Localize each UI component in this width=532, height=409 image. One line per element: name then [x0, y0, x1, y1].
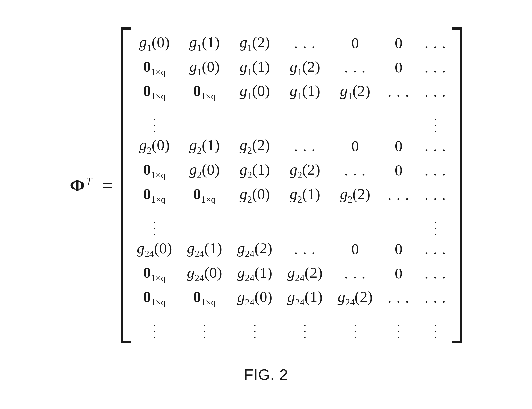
matrix-cell: . . . [417, 134, 454, 158]
matrix-cell: g1(1) [179, 31, 230, 55]
matrix-cell: 01×q [129, 261, 179, 286]
matrix-row: g24(0) g24(1) g24(2) . . . 0 0 . . . [129, 237, 454, 261]
hdots-icon: . . . [425, 162, 446, 179]
hdots-icon: . . . [294, 34, 316, 51]
matrix-cell: g24(1) [179, 237, 230, 261]
matrix-row: ... ... ... ... ... ... ... [129, 310, 454, 340]
matrix-cell: 01×q [179, 285, 230, 310]
matrix-cell: g24(0) [129, 237, 179, 261]
hdots-icon: . . . [344, 162, 366, 179]
matrix-cell: g2(2) [330, 183, 380, 207]
matrix-cell: ... [417, 310, 454, 340]
equals-sign: = [102, 175, 113, 195]
matrix-cell: 01×q [179, 79, 230, 104]
matrix-cell: g24(2) [330, 285, 380, 310]
matrix-cell: . . . [380, 183, 417, 207]
hdots-icon: . . . [425, 59, 446, 76]
matrix-cell: . . . [280, 237, 330, 261]
vdots-icon: ... [354, 319, 356, 339]
hdots-icon: . . . [425, 289, 446, 306]
matrix-cell: ... [330, 310, 380, 340]
matrix-cell: 01×q [129, 183, 179, 207]
matrix-cell: . . . [280, 31, 330, 55]
hdots-icon: . . . [425, 186, 446, 203]
equation: ΦT = g1(0) g1(1) g1(2) . . . 0 0 . . . 0… [70, 27, 462, 343]
hdots-icon: . . . [388, 289, 410, 306]
matrix-cell: g2(0) [179, 158, 230, 183]
matrix-cell: g2(0) [129, 134, 179, 158]
matrix-cell: ... [129, 104, 179, 134]
matrix-cell: g1(0) [230, 79, 280, 104]
matrix-cell: g24(0) [230, 285, 280, 310]
matrix-row: 01×q g1(0) g1(1) g1(2) . . . 0 . . . [129, 55, 454, 80]
phi-symbol: Φ [70, 175, 85, 195]
hdots-icon: . . . [344, 265, 366, 282]
hdots-icon: . . . [294, 137, 316, 154]
matrix-cell: 0 [380, 31, 417, 55]
matrix-cell: . . . [417, 183, 454, 207]
vdots-icon: ... [253, 319, 256, 339]
hdots-icon: . . . [425, 265, 446, 282]
matrix-row: 01×q 01×q g24(0) g24(1) g24(2) . . . . .… [129, 285, 454, 310]
matrix-cell: . . . [417, 55, 454, 80]
matrix-row: g2(0) g2(1) g2(2) . . . 0 0 . . . [129, 134, 454, 158]
matrix-cell: . . . [417, 79, 454, 104]
right-bracket [456, 27, 462, 343]
hdots-icon: . . . [425, 83, 446, 100]
matrix-cell: g2(2) [230, 134, 280, 158]
matrix-cell: 0 [380, 261, 417, 286]
matrix-body: g1(0) g1(1) g1(2) . . . 0 0 . . . 01×q g… [129, 31, 454, 340]
matrix-cell: ... [280, 310, 330, 340]
matrix-cell: ... [417, 207, 454, 237]
matrix-cell: g1(0) [129, 31, 179, 55]
left-bracket [121, 27, 127, 343]
matrix-row: 01×q 01×q g1(0) g1(1) g1(2) . . . . . . [129, 79, 454, 104]
matrix-cell: . . . [380, 285, 417, 310]
matrix-cell: . . . [417, 31, 454, 55]
matrix-cell: g24(2) [230, 237, 280, 261]
matrix-cell: . . . [330, 261, 380, 286]
matrix-cell: g1(1) [280, 79, 330, 104]
vdots-icon: ... [153, 113, 156, 133]
matrix-cell: . . . [330, 55, 380, 80]
matrix-cell: . . . [380, 79, 417, 104]
matrix-cell: ... [179, 310, 230, 340]
vdots-icon: ... [203, 319, 206, 339]
hdots-icon: . . . [388, 83, 410, 100]
matrix-cell: ... [230, 310, 280, 340]
matrix-cell: 01×q [129, 158, 179, 183]
matrix-cell: g1(2) [280, 55, 330, 80]
vdots-icon: ... [304, 319, 306, 339]
matrix-cell: g2(1) [230, 158, 280, 183]
vdots-icon: ... [397, 319, 400, 339]
hdots-icon: . . . [388, 186, 410, 203]
matrix-cell: 0 [380, 55, 417, 80]
matrix-cell: g24(2) [280, 261, 330, 286]
hdots-icon: . . . [425, 137, 446, 154]
matrix-cell: 0 [330, 134, 380, 158]
matrix-cell: g2(2) [280, 158, 330, 183]
matrix: g1(0) g1(1) g1(2) . . . 0 0 . . . 01×q g… [121, 27, 462, 343]
matrix-row: 01×q 01×q g2(0) g2(1) g2(2) . . . . . . [129, 183, 454, 207]
hdots-icon: . . . [294, 240, 316, 257]
matrix-cell: g1(1) [230, 55, 280, 80]
matrix-cell: . . . [280, 134, 330, 158]
matrix-cell: g24(0) [179, 261, 230, 286]
matrix-cell: ... [417, 104, 454, 134]
matrix-cell: g1(2) [330, 79, 380, 104]
vdots-icon: ... [434, 113, 437, 133]
phi-superscript: T [86, 175, 92, 188]
matrix-cell: . . . [417, 158, 454, 183]
matrix-cell: g1(2) [230, 31, 280, 55]
matrix-cell: 0 [380, 158, 417, 183]
hdots-icon: . . . [425, 34, 446, 51]
matrix-cell: 01×q [129, 285, 179, 310]
matrix-cell: . . . [417, 285, 454, 310]
matrix-cell: 01×q [179, 183, 230, 207]
matrix-cell: . . . [417, 261, 454, 286]
matrix-cell: g1(0) [179, 55, 230, 80]
matrix-cell: 0 [380, 237, 417, 261]
matrix-cell: 0 [380, 134, 417, 158]
matrix-cell: 0 [330, 237, 380, 261]
matrix-cell: ... [129, 207, 179, 237]
